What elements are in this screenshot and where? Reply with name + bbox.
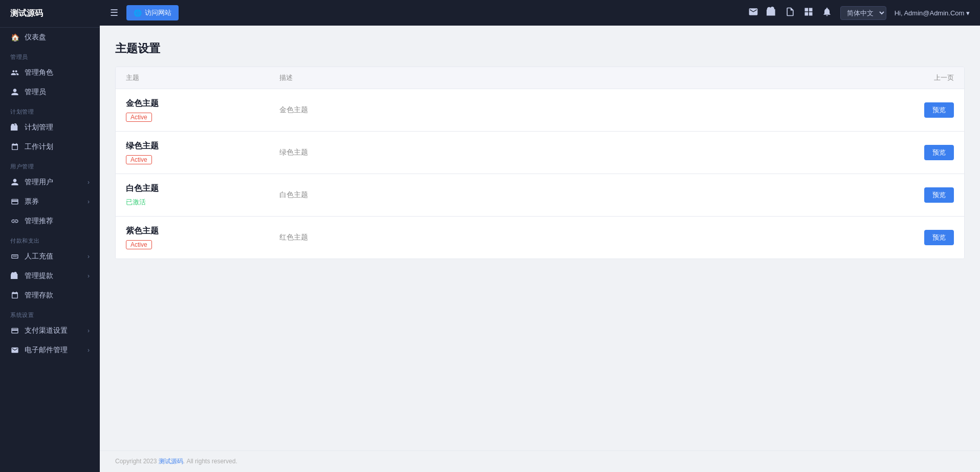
sidebar-item-plan-mgmt[interactable]: 计划管理: [0, 118, 100, 137]
sidebar-item-label: 支付渠道设置: [25, 326, 68, 335]
sidebar: 测试源码 🏠 仪表盘 管理员 管理角色 管理员 计划管理 计划管理 工作计划 用…: [0, 0, 100, 472]
chevron-right-icon: ›: [88, 272, 90, 280]
manage-roles-icon: [10, 68, 19, 77]
sidebar-item-label: 管理提款: [25, 271, 53, 281]
grid-icon[interactable]: [803, 7, 814, 19]
sidebar-item-label: 工作计划: [25, 142, 53, 152]
payment-channels-icon: [10, 326, 19, 335]
sidebar-item-label: 计划管理: [25, 123, 53, 132]
sidebar-item-label: 人工充值: [25, 252, 53, 261]
preview-btn-green: 预览: [892, 145, 954, 160]
active-badge-purple: Active: [126, 240, 152, 249]
main-wrapper: ☰ 🌐 访问网站 简体中文 Hi, Admin@Admin.Co: [100, 0, 980, 472]
sidebar-item-label: 管理用户: [25, 178, 53, 187]
plan-mgmt-icon: [10, 123, 19, 132]
preview-button-green[interactable]: 预览: [924, 145, 954, 160]
table-row: 白色主题 已激活 白色主题 预览: [116, 174, 964, 217]
section-label-system: 系统设置: [0, 305, 100, 321]
page-title: 主题设置: [115, 41, 965, 56]
dashboard-icon: 🏠: [10, 33, 19, 42]
coupons-icon: [10, 197, 19, 206]
email-icon[interactable]: [748, 7, 758, 19]
header-desc: 描述: [279, 73, 892, 82]
sidebar-item-label: 管理角色: [25, 68, 53, 77]
sidebar-item-dashboard[interactable]: 🏠 仪表盘: [0, 28, 100, 47]
manual-recharge-icon: [10, 252, 19, 261]
sidebar-item-work-plan[interactable]: 工作计划: [0, 137, 100, 157]
file-icon[interactable]: [785, 7, 795, 19]
chevron-right-icon: ›: [88, 327, 90, 334]
sidebar-item-manage-deposit[interactable]: 管理存款: [0, 286, 100, 305]
table-row: 紫色主题 Active 红色主题 预览: [116, 217, 964, 259]
preview-btn-purple: 预览: [892, 230, 954, 245]
sidebar-item-manage-withdraw[interactable]: 管理提款 ›: [0, 266, 100, 286]
user-menu[interactable]: Hi, Admin@Admin.Com ▾: [895, 9, 970, 17]
visit-btn-label: 访问网站: [145, 8, 171, 17]
sidebar-item-manage-admins[interactable]: 管理员: [0, 82, 100, 102]
manage-deposit-icon: [10, 291, 19, 300]
topnav: ☰ 🌐 访问网站 简体中文 Hi, Admin@Admin.Co: [100, 0, 980, 26]
sidebar-item-label: 管理存款: [25, 291, 53, 300]
sidebar-item-manage-roles[interactable]: 管理角色: [0, 63, 100, 82]
gift-icon[interactable]: [767, 7, 777, 19]
sidebar-item-manage-users[interactable]: 管理用户 ›: [0, 173, 100, 192]
content-area: 主题设置 主题 描述 上一页 金色主题 Active 金色主题 预览: [100, 26, 980, 450]
sidebar-item-label: 票券: [25, 197, 39, 206]
table-header: 主题 描述 上一页: [116, 67, 964, 89]
theme-desc-purple: 红色主题: [279, 233, 892, 242]
chevron-right-icon: ›: [88, 347, 90, 354]
preview-button-golden[interactable]: 预览: [924, 102, 954, 118]
theme-info-purple: 紫色主题 Active: [126, 226, 279, 249]
visit-website-button[interactable]: 🌐 访问网站: [126, 5, 179, 20]
active-badge-green: Active: [126, 155, 152, 164]
theme-name-white: 白色主题: [126, 183, 279, 194]
chevron-right-icon: ›: [88, 253, 90, 260]
globe-icon: 🌐: [134, 9, 142, 17]
theme-name-golden: 金色主题: [126, 98, 279, 109]
menu-toggle-icon[interactable]: ☰: [110, 7, 118, 18]
preview-btn-white: 预览: [892, 187, 954, 203]
footer-text: Copyright 2023 测试源码. All rights reserved…: [115, 458, 237, 465]
active-badge-golden: Active: [126, 113, 152, 122]
work-plan-icon: [10, 142, 19, 152]
manage-admins-icon: [10, 88, 19, 97]
theme-info-white: 白色主题 已激活: [126, 183, 279, 207]
section-label-payment: 付款和支出: [0, 231, 100, 247]
table-row: 金色主题 Active 金色主题 预览: [116, 89, 964, 132]
manage-users-icon: [10, 178, 19, 187]
sidebar-item-email-mgmt[interactable]: 电子邮件管理 ›: [0, 340, 100, 360]
theme-info-green: 绿色主题 Active: [126, 141, 279, 164]
language-select[interactable]: 简体中文: [840, 6, 886, 20]
theme-info-golden: 金色主题 Active: [126, 98, 279, 122]
sidebar-brand: 测试源码: [0, 0, 100, 28]
manage-withdraw-icon: [10, 271, 19, 281]
theme-name-green: 绿色主题: [126, 141, 279, 152]
preview-button-white[interactable]: 预览: [924, 187, 954, 203]
sidebar-item-manual-recharge[interactable]: 人工充值 ›: [0, 247, 100, 266]
theme-desc-golden: 金色主题: [279, 105, 892, 115]
preview-btn-golden: 预览: [892, 102, 954, 118]
theme-name-purple: 紫色主题: [126, 226, 279, 237]
preview-button-purple[interactable]: 预览: [924, 230, 954, 245]
footer-link[interactable]: 测试源码: [159, 458, 183, 465]
referrals-icon: [10, 217, 19, 226]
table-row: 绿色主题 Active 绿色主题 预览: [116, 132, 964, 174]
sidebar-item-label: 电子邮件管理: [25, 346, 68, 355]
topnav-left: ☰ 🌐 访问网站: [110, 5, 179, 20]
theme-desc-white: 白色主题: [279, 190, 892, 200]
bell-icon[interactable]: [822, 7, 832, 19]
theme-desc-green: 绿色主题: [279, 148, 892, 157]
sidebar-item-referrals[interactable]: 管理推荐: [0, 211, 100, 231]
section-label-user: 用户管理: [0, 157, 100, 173]
sidebar-item-coupons[interactable]: 票券 ›: [0, 192, 100, 211]
sidebar-item-payment-channels[interactable]: 支付渠道设置 ›: [0, 321, 100, 340]
header-theme: 主题: [126, 73, 279, 82]
theme-table: 主题 描述 上一页 金色主题 Active 金色主题 预览 绿色主题 Ac: [115, 67, 965, 259]
section-label-plan: 计划管理: [0, 102, 100, 118]
sidebar-item-label: 仪表盘: [25, 33, 46, 42]
activated-badge-white: 已激活: [126, 198, 146, 206]
header-action: 上一页: [892, 73, 954, 82]
topnav-right: 简体中文 Hi, Admin@Admin.Com ▾: [748, 6, 970, 20]
footer: Copyright 2023 测试源码. All rights reserved…: [100, 450, 980, 472]
sidebar-item-label: 管理员: [25, 88, 46, 97]
